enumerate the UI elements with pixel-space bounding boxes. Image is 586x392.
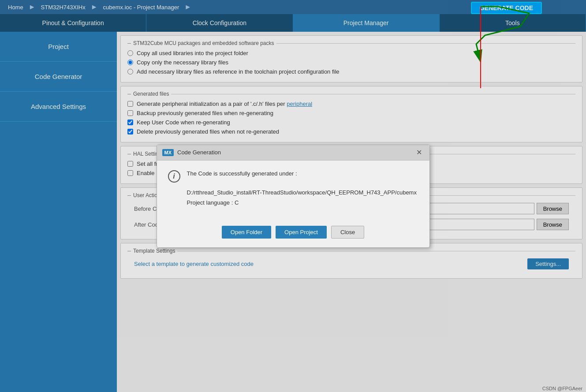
modal-info-row: i The Code is successfully generated und… [168, 169, 418, 183]
modal-close-button[interactable]: ✕ [414, 148, 424, 157]
modal-title: Code Generation [177, 149, 414, 156]
modal-language: Project language : C [187, 199, 418, 206]
modal-body: i The Code is successfully generated und… [157, 161, 429, 221]
open-folder-button[interactable]: Open Folder [222, 226, 271, 239]
close-button[interactable]: Close [331, 226, 364, 239]
modal-footer: Open Folder Open Project Close [157, 221, 429, 247]
code-generation-modal: MX Code Generation ✕ i The Code is succe… [157, 145, 430, 248]
modal-header: MX Code Generation ✕ [157, 145, 429, 161]
modal-path: D:/rtthread_Studio_install/RT-ThreadStud… [187, 189, 418, 196]
modal-overlay: MX Code Generation ✕ i The Code is succe… [0, 0, 586, 392]
open-project-button[interactable]: Open Project [276, 226, 327, 239]
modal-message: The Code is successfully generated under… [187, 169, 297, 179]
modal-mx-badge: MX [162, 149, 174, 156]
info-icon: i [168, 170, 180, 183]
